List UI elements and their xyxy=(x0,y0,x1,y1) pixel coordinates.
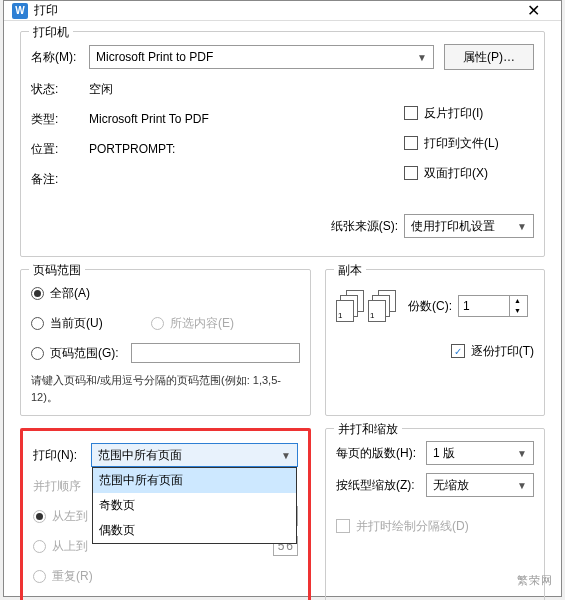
zoom-group-title: 并打和缩放 xyxy=(334,421,402,438)
type-label: 类型: xyxy=(31,111,89,128)
range-hint: 请键入页码和/或用逗号分隔的页码范围(例如: 1,3,5-12)。 xyxy=(31,372,300,405)
spin-down-icon[interactable]: ▼ xyxy=(510,306,525,316)
print-dialog: W 打印 ✕ 打印机 名称(M): Microsoft Print to PDF… xyxy=(3,0,562,597)
print-what-group: 打印(N): 范围中所有页面 ▼ 范围中所有页面 奇数页 偶数页 并打顺序 从左… xyxy=(20,428,311,600)
dialog-content: 打印机 名称(M): Microsoft Print to PDF ▼ 属性(P… xyxy=(4,21,561,600)
chevron-down-icon: ▼ xyxy=(517,480,527,491)
watermark: 繁荣网 xyxy=(517,573,553,588)
range-group-title: 页码范围 xyxy=(29,262,85,279)
order-tb-radio: 从上到 xyxy=(33,538,88,555)
paper-source-select[interactable]: 使用打印机设置 ▼ xyxy=(404,214,534,238)
printer-group-title: 打印机 xyxy=(29,24,73,41)
status-label: 状态: xyxy=(31,81,89,98)
status-value: 空闲 xyxy=(89,81,384,98)
print-what-label: 打印(N): xyxy=(33,447,91,464)
pages-per-select[interactable]: 1 版▼ xyxy=(426,441,534,465)
scale-label: 按纸型缩放(Z): xyxy=(336,477,426,494)
dd-option-odd[interactable]: 奇数页 xyxy=(93,493,296,518)
printer-name-value: Microsoft Print to PDF xyxy=(96,50,213,64)
order-repeat-radio: 重复(R) xyxy=(33,565,298,587)
range-pages-radio[interactable]: 页码范围(G): xyxy=(31,342,300,364)
where-label: 位置: xyxy=(31,141,89,158)
radio-icon xyxy=(151,317,164,330)
order-lr-radio: 从左到 xyxy=(33,508,88,525)
copies-group: 副本 321 321 份数(C): ▲▼ ✓逐份打印(T) xyxy=(325,269,545,416)
properties-button[interactable]: 属性(P)… xyxy=(444,44,534,70)
dd-option-all[interactable]: 范围中所有页面 xyxy=(93,468,296,493)
window-title: 打印 xyxy=(34,2,513,19)
printer-group: 打印机 名称(M): Microsoft Print to PDF ▼ 属性(P… xyxy=(20,31,545,257)
paper-source-label: 纸张来源(S): xyxy=(331,218,398,235)
range-all-radio[interactable]: 全部(A) xyxy=(31,282,300,304)
zoom-group: 并打和缩放 每页的版数(H): 1 版▼ 按纸型缩放(Z): 无缩放▼ 并打时绘… xyxy=(325,428,545,600)
radio-icon xyxy=(33,570,46,583)
duplex-checkbox[interactable]: 双面打印(X) xyxy=(404,162,534,184)
chevron-down-icon: ▼ xyxy=(517,221,527,232)
chevron-down-icon: ▼ xyxy=(517,448,527,459)
page-range-group: 页码范围 全部(A) 当前页(U) 所选内容(E) 页码范围(G): 请键入页码… xyxy=(20,269,311,416)
printer-name-label: 名称(M): xyxy=(31,49,89,66)
draw-lines-checkbox: 并打时绘制分隔线(D) xyxy=(336,515,534,537)
pages-per-label: 每页的版数(H): xyxy=(336,445,426,462)
collate-icon: 321 xyxy=(368,290,396,322)
checkbox-icon xyxy=(404,166,418,180)
collate-icon: 321 xyxy=(336,290,364,322)
dd-option-even[interactable]: 偶数页 xyxy=(93,518,296,543)
checkbox-icon xyxy=(404,136,418,150)
spin-up-icon[interactable]: ▲ xyxy=(510,296,525,306)
order-label: 并打顺序 xyxy=(33,478,91,495)
checkbox-icon xyxy=(336,519,350,533)
print-what-select[interactable]: 范围中所有页面 ▼ 范围中所有页面 奇数页 偶数页 xyxy=(91,443,298,467)
copies-stepper[interactable]: ▲▼ xyxy=(458,295,528,317)
radio-icon xyxy=(33,540,46,553)
where-value: PORTPROMPT: xyxy=(89,142,384,156)
checkbox-icon: ✓ xyxy=(451,344,465,358)
copies-group-title: 副本 xyxy=(334,262,366,279)
page-range-input[interactable] xyxy=(131,343,300,363)
close-icon[interactable]: ✕ xyxy=(513,1,553,20)
collate-checkbox[interactable]: ✓逐份打印(T) xyxy=(336,340,534,362)
chevron-down-icon: ▼ xyxy=(417,52,427,63)
checkbox-icon xyxy=(404,106,418,120)
range-selection-radio: 所选内容(E) xyxy=(151,315,234,332)
type-value: Microsoft Print To PDF xyxy=(89,112,384,126)
app-icon: W xyxy=(12,3,28,19)
copies-input[interactable] xyxy=(459,296,509,316)
printer-name-select[interactable]: Microsoft Print to PDF ▼ xyxy=(89,45,434,69)
scale-select[interactable]: 无缩放▼ xyxy=(426,473,534,497)
range-current-radio[interactable]: 当前页(U) xyxy=(31,315,151,332)
reverse-print-checkbox[interactable]: 反片打印(I) xyxy=(404,102,534,124)
radio-icon xyxy=(33,510,46,523)
radio-icon xyxy=(31,317,44,330)
print-to-file-checkbox[interactable]: 打印到文件(L) xyxy=(404,132,534,154)
print-what-dropdown: 范围中所有页面 奇数页 偶数页 xyxy=(92,467,297,544)
chevron-down-icon: ▼ xyxy=(281,450,291,461)
radio-icon xyxy=(31,347,44,360)
comment-label: 备注: xyxy=(31,171,89,188)
titlebar: W 打印 ✕ xyxy=(4,1,561,21)
radio-icon xyxy=(31,287,44,300)
copies-label: 份数(C): xyxy=(408,298,452,315)
